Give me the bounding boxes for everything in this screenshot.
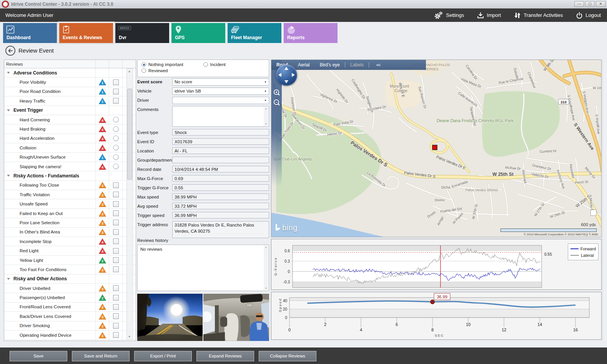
cabin-camera-image[interactable] <box>203 294 269 341</box>
tree-scrollbar-thumb[interactable] <box>127 89 132 180</box>
checkbox-icon[interactable] <box>113 238 119 244</box>
field-value: 31828 Palos Verdes Dr E, Rancho Palos Ve… <box>172 221 269 238</box>
scroll-down-icon[interactable]: ▼ <box>127 334 132 339</box>
tab-fleet-manager[interactable]: Fleet Manager <box>228 23 281 43</box>
checkbox-icon[interactable] <box>113 98 119 104</box>
svg-text:4: 4 <box>101 128 103 132</box>
field-value[interactable]: idrive Van SB▼ <box>172 88 269 95</box>
chevron-down-icon[interactable] <box>7 72 10 74</box>
checkbox-icon[interactable] <box>113 304 119 310</box>
logout-button[interactable]: Logout <box>576 12 601 19</box>
checkbox-icon[interactable] <box>113 182 119 188</box>
field-value[interactable]: No score▼ <box>172 78 269 86</box>
map-collapse-button[interactable]: << <box>376 63 380 67</box>
checkbox-icon[interactable] <box>113 220 119 225</box>
tab-gps[interactable]: GPS <box>171 23 225 43</box>
checkbox-icon[interactable] <box>113 295 119 301</box>
tree-scrollbar[interactable]: ▲ ▼ <box>126 68 133 340</box>
tab-reports[interactable]: Reports <box>284 23 338 43</box>
chevron-down-icon[interactable] <box>7 109 10 111</box>
radio-icon[interactable] <box>113 117 119 122</box>
status-option-nothing-important[interactable]: Nothing important <box>141 62 203 67</box>
tree-category[interactable]: Risky and Other Actions <box>4 275 136 284</box>
window-scrollbar[interactable] <box>602 60 607 341</box>
map-mode-labels[interactable]: Labels <box>345 62 369 68</box>
collapse-reviews-button[interactable]: Collapse Reviews <box>259 351 316 361</box>
status-option-incident[interactable]: Incident <box>203 62 265 67</box>
save-and-return-button[interactable]: Save and Return <box>72 351 130 361</box>
map-pan-control[interactable] <box>276 65 297 86</box>
radio-icon[interactable] <box>113 154 119 160</box>
checkbox-icon[interactable] <box>113 323 119 329</box>
field-value[interactable]: ▼ <box>172 97 269 104</box>
field-value[interactable]: ▲▼ <box>172 106 269 127</box>
road-camera-image[interactable] <box>137 294 203 341</box>
textarea-scrollbar[interactable]: ▲▼ <box>264 107 268 126</box>
tree-item: Unsafe Speed3 <box>4 199 136 208</box>
map-mode-bird-s-eye[interactable]: Bird's eye <box>315 62 345 68</box>
pan-right-icon[interactable] <box>292 73 295 77</box>
checkbox-icon[interactable] <box>113 229 119 235</box>
chevron-down-icon[interactable]: ▼ <box>264 99 267 102</box>
radio-icon[interactable] <box>113 126 119 132</box>
pan-left-icon[interactable] <box>278 73 281 77</box>
map-scale-label: 600 yds <box>581 222 596 227</box>
map-canvas[interactable]: EAST RANCHO PALOSVERDESMarymountCollegeD… <box>271 60 602 237</box>
checkbox-icon[interactable] <box>113 210 119 216</box>
bing-logo[interactable]: bing <box>275 223 298 232</box>
checkbox-icon[interactable] <box>113 313 119 319</box>
save-button[interactable]: Save <box>10 351 67 361</box>
zoom-out-button[interactable] <box>273 99 281 106</box>
export-print-button[interactable]: Export / Print <box>134 351 192 361</box>
import-button[interactable]: Import <box>477 12 501 19</box>
scroll-up-icon[interactable]: ▲ <box>264 246 268 248</box>
radio-icon[interactable] <box>113 164 119 169</box>
tree-item: Hard Cornering4 <box>4 115 136 124</box>
checkbox-icon[interactable] <box>113 79 119 85</box>
field-value <box>172 157 269 163</box>
checkbox-icon[interactable] <box>113 248 119 254</box>
map-control-box[interactable] <box>590 210 597 216</box>
tree-item: Aggressive/Abusive Environment4 <box>4 340 136 341</box>
expand-reviews-button[interactable]: Expand Reviews <box>196 351 254 361</box>
checkbox-icon[interactable] <box>113 332 119 338</box>
transfer-activities-button[interactable]: Transfer Activities <box>514 12 563 19</box>
tab-events-reviews[interactable]: Events & Reviews <box>59 23 113 43</box>
map-panel[interactable]: EAST RANCHO PALOSVERDESMarymountCollegeD… <box>271 60 602 237</box>
checkbox-icon[interactable] <box>113 266 119 272</box>
scroll-up-icon[interactable]: ▲ <box>127 69 132 74</box>
pan-up-icon[interactable] <box>284 67 288 70</box>
reviews-history-scrollbar[interactable]: ▲ ▼ <box>264 245 268 290</box>
close-icon[interactable]: ✕ <box>596 1 605 7</box>
maximize-icon[interactable]: ▢ <box>585 1 595 7</box>
radio-icon[interactable] <box>113 136 119 141</box>
scroll-down-icon[interactable]: ▼ <box>264 287 268 290</box>
chevron-down-icon[interactable] <box>7 278 10 280</box>
chevron-down-icon[interactable]: ▼ <box>264 81 267 83</box>
settings-button[interactable]: Settings <box>434 11 464 20</box>
back-button[interactable] <box>5 46 15 56</box>
map-scale-bar <box>501 228 597 232</box>
checkbox-icon[interactable] <box>113 192 119 197</box>
tab-dvr[interactable]: MERGEDvr <box>115 23 169 43</box>
tree-category[interactable]: Risky Actions - Fundamentals <box>4 171 136 180</box>
chevron-down-icon[interactable] <box>7 175 10 177</box>
checkbox-icon[interactable] <box>113 89 119 94</box>
minimize-icon[interactable]: — <box>574 1 584 7</box>
tab-dashboard[interactable]: Dashboard <box>3 23 57 43</box>
app-window: Idrive Control Center - 3.0.2 version - … <box>0 0 607 364</box>
chevron-down-icon[interactable]: ▼ <box>264 90 267 93</box>
map-mode-aerial[interactable]: Aerial <box>293 62 315 68</box>
status-option-reviewed[interactable]: Reviewed <box>141 68 206 73</box>
radio-icon[interactable] <box>113 145 119 151</box>
zoom-in-button[interactable] <box>273 89 281 96</box>
tree-category[interactable]: Event Trigger <box>4 106 136 115</box>
checkbox-icon[interactable] <box>113 285 119 291</box>
event-form: Event scoreNo score▼Vehicleidrive Van SB… <box>137 78 269 238</box>
event-location-marker[interactable] <box>432 145 437 150</box>
severity-triangle-icon: 4 <box>96 115 109 124</box>
pan-down-icon[interactable] <box>284 80 288 83</box>
tree-category[interactable]: Adverse Conditions <box>4 68 136 78</box>
checkbox-icon[interactable] <box>113 257 119 263</box>
checkbox-icon[interactable] <box>113 201 119 207</box>
